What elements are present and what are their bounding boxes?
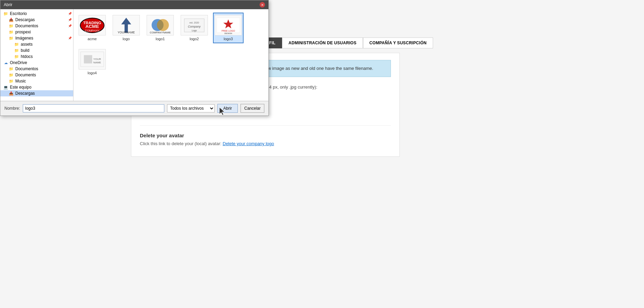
svg-text:NAME: NAME bbox=[93, 61, 101, 64]
pin-icon: 📌 bbox=[68, 36, 72, 40]
folder-icon: 📁 bbox=[9, 66, 14, 71]
file-thumb-logo1: COMPANYNAME bbox=[147, 15, 174, 35]
tree-item-label: prospexi bbox=[15, 30, 31, 34]
tree-item-documentos1[interactable]: 📁Documentos📌 bbox=[0, 23, 73, 29]
folder-icon: 📁 bbox=[9, 73, 14, 77]
tree-item-label: OneDrive bbox=[10, 60, 27, 65]
filename-label: Nombre: bbox=[4, 106, 20, 111]
tree-item-music[interactable]: 📁Music bbox=[0, 78, 73, 84]
pin-icon: 📌 bbox=[68, 24, 72, 28]
file-item-logo2[interactable]: est. 2020 Company Logo logo2 bbox=[179, 13, 210, 43]
tree-item-label: Documentos bbox=[15, 66, 38, 71]
tree-item-label: Descargas bbox=[15, 91, 35, 96]
tree-item-descargas2[interactable]: 📥Descargas bbox=[0, 90, 73, 96]
folder-down-icon: 📥 bbox=[9, 17, 14, 22]
tree-item-este-equipo[interactable]: 💻Este equipo bbox=[0, 84, 73, 90]
folder-icon: 📁 bbox=[9, 24, 14, 28]
svg-text:YOURNAME: YOURNAME bbox=[118, 31, 135, 34]
tree-item-label: Escritorio bbox=[10, 11, 27, 16]
dialog-titlebar: Abrir ✕ bbox=[0, 0, 268, 9]
cloud-icon: ☁ bbox=[3, 60, 9, 65]
tab-admin-usuarios[interactable]: ADMINISTRACIÓN DE USUARIOS bbox=[282, 37, 363, 48]
svg-text:ACME: ACME bbox=[85, 24, 99, 29]
folder-icon: 📁 bbox=[9, 36, 14, 41]
folder-icon: 📁 bbox=[14, 42, 19, 47]
file-name-logo1: logo1 bbox=[156, 37, 165, 41]
tree-item-label: build bbox=[21, 48, 29, 53]
tree-item-htdocs[interactable]: 📁htdocs bbox=[0, 53, 73, 60]
filetype-select[interactable]: Todos los archivos bbox=[167, 104, 215, 112]
folder-icon: 📁 bbox=[9, 30, 14, 34]
file-item-acme[interactable]: TRADING ACME COMPANY acme bbox=[77, 13, 108, 43]
tree-item-label: Este equipo bbox=[10, 85, 31, 90]
tree-item-prospexi[interactable]: 📁prospexi bbox=[0, 29, 73, 35]
tree-item-descargas1[interactable]: 📥Descargas📌 bbox=[0, 17, 73, 23]
folder-icon: 📁 bbox=[3, 11, 9, 16]
svg-text:Logo: Logo bbox=[192, 29, 197, 32]
filename-input[interactable] bbox=[23, 104, 164, 112]
tree-item-escritorio[interactable]: 📁Escritorio📌 bbox=[0, 11, 73, 17]
svg-text:est. 2020: est. 2020 bbox=[189, 21, 199, 24]
file-thumb-logo: YOURNAME bbox=[113, 15, 140, 35]
pin-icon: 📌 bbox=[68, 18, 72, 21]
file-open-dialog: Abrir ✕ 📁Escritorio📌📥Descargas📌📁Document… bbox=[0, 0, 269, 116]
dialog-close-button[interactable]: ✕ bbox=[260, 2, 265, 7]
dialog-footer: Nombre: Todos los archivos Abrir Cancela… bbox=[0, 101, 268, 115]
delete-section-text: Click this link to delete your (local) a… bbox=[140, 141, 391, 146]
file-thumb-acme: TRADING ACME COMPANY bbox=[79, 15, 106, 35]
svg-rect-18 bbox=[84, 55, 92, 63]
tree-item-label: Music bbox=[15, 79, 26, 83]
folder-down-icon: 📥 bbox=[9, 91, 14, 96]
dialog-title: Abrir bbox=[4, 2, 12, 7]
file-thumb-logo3: FREE LOGO DESIGN bbox=[215, 15, 242, 35]
tree-item-onedrive[interactable]: ☁OneDrive bbox=[0, 60, 73, 66]
tree-item-assets[interactable]: 📁assets bbox=[0, 41, 73, 47]
folder-tree: 📁Escritorio📌📥Descargas📌📁Documentos📌📁pros… bbox=[0, 9, 73, 101]
tree-item-documentos2[interactable]: 📁Documentos bbox=[0, 66, 73, 72]
pin-icon: 📌 bbox=[68, 12, 72, 15]
tree-item-label: Documentos bbox=[15, 24, 38, 28]
open-button[interactable]: Abrir bbox=[217, 104, 238, 113]
tree-item-imagenes[interactable]: 📁Imágenes📌 bbox=[0, 35, 73, 41]
svg-point-7 bbox=[157, 19, 169, 31]
svg-text:COMPANYNAME: COMPANYNAME bbox=[150, 31, 170, 34]
tree-item-label: htdocs bbox=[21, 54, 33, 59]
file-item-logo1[interactable]: COMPANYNAME logo1 bbox=[145, 13, 176, 43]
svg-text:COMPANY: COMPANY bbox=[85, 29, 100, 32]
file-name-acme: acme bbox=[88, 37, 97, 41]
tree-item-label: Imágenes bbox=[15, 36, 33, 41]
file-grid: TRADING ACME COMPANY acme YOURNAME logo … bbox=[73, 9, 268, 101]
tree-item-documents[interactable]: 📁Documents bbox=[0, 72, 73, 78]
file-name-logo4: logo4 bbox=[88, 71, 97, 75]
file-name-logo3: logo3 bbox=[224, 37, 233, 41]
delete-company-logo-link[interactable]: Delete your company logo bbox=[223, 141, 274, 146]
delete-section-title: Delete your avatar bbox=[140, 133, 391, 138]
dialog-body: 📁Escritorio📌📥Descargas📌📁Documentos📌📁pros… bbox=[0, 9, 268, 101]
file-item-logo3[interactable]: FREE LOGO DESIGN logo3 bbox=[213, 13, 244, 43]
folder-icon: 📁 bbox=[9, 79, 14, 83]
tab-bar: MI PERFIL ADMINISTRACIÓN DE USUARIOS COM… bbox=[248, 37, 433, 48]
file-item-logo[interactable]: YOURNAME logo bbox=[111, 13, 142, 43]
svg-text:DESIGN: DESIGN bbox=[225, 32, 232, 34]
folder-icon: 📁 bbox=[14, 48, 19, 53]
tree-item-build[interactable]: 📁build bbox=[0, 47, 73, 53]
tab-compania-suscripcion[interactable]: COMPAÑÍA Y SUSCRIPCIÓN bbox=[363, 37, 433, 48]
file-thumb-logo4: YOUR NAME bbox=[79, 49, 106, 70]
file-thumb-logo2: est. 2020 Company Logo bbox=[181, 15, 208, 35]
tree-item-label: assets bbox=[21, 42, 33, 47]
delete-avatar-section: Delete your avatar Click this link to de… bbox=[140, 133, 391, 146]
folder-icon: 📁 bbox=[14, 54, 19, 59]
svg-text:Company: Company bbox=[188, 25, 201, 28]
file-name-logo2: logo2 bbox=[190, 37, 199, 41]
file-item-logo4[interactable]: YOUR NAME logo4 bbox=[77, 47, 108, 77]
computer-icon: 💻 bbox=[3, 85, 9, 90]
svg-text:YOUR: YOUR bbox=[93, 58, 101, 61]
cancel-button[interactable]: Cancelar bbox=[241, 104, 264, 113]
file-name-logo: logo bbox=[123, 37, 130, 41]
tree-item-label: Documents bbox=[15, 73, 36, 77]
svg-text:FREE LOGO: FREE LOGO bbox=[221, 30, 235, 32]
tree-item-label: Descargas bbox=[15, 17, 35, 22]
